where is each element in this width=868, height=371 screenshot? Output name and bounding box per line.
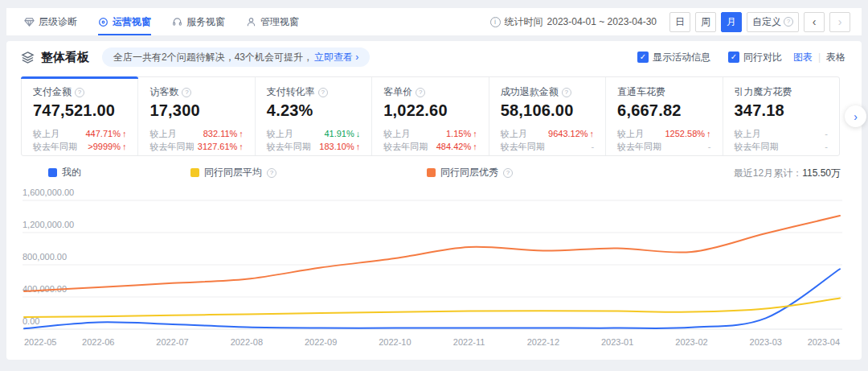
up-arrow-icon: ↑ bbox=[356, 140, 361, 153]
header-controls: ✓ 显示活动信息 ✓ 同行对比 图表 | 表格 bbox=[620, 51, 845, 64]
period-custom-label: 自定义 bbox=[752, 15, 781, 29]
tab-label: 服务视窗 bbox=[186, 15, 225, 29]
up-arrow-icon: ↑ bbox=[239, 127, 244, 140]
help-circle-icon: ? bbox=[784, 17, 793, 27]
help-circle-icon[interactable]: ? bbox=[182, 88, 191, 97]
help-circle-icon[interactable]: ? bbox=[562, 88, 571, 97]
tab-label: 运营视窗 bbox=[113, 15, 151, 29]
svg-text:2022-08: 2022-08 bbox=[231, 337, 263, 347]
tab-operations-view[interactable]: 运营视窗 bbox=[98, 8, 151, 35]
mom-delta: 1.15%↑ bbox=[446, 127, 477, 140]
mom-delta: - bbox=[825, 127, 828, 140]
next-period-button[interactable]: › bbox=[829, 12, 850, 32]
gem-icon bbox=[24, 17, 35, 27]
legend-item-mine[interactable]: 我的 bbox=[48, 166, 81, 179]
activity-info-checkbox-group: ✓ 显示活动信息 bbox=[637, 51, 710, 64]
svg-text:2022-10: 2022-10 bbox=[379, 337, 411, 347]
mom-label: 较上月 bbox=[149, 127, 176, 140]
kpi-value: 1,022.60 bbox=[383, 101, 477, 120]
mom-delta: 447.71%↑ bbox=[85, 127, 126, 140]
svg-text:2023-03: 2023-03 bbox=[750, 337, 782, 347]
view-now-link[interactable]: 立即查看 › bbox=[314, 51, 358, 64]
down-arrow-icon: ↓ bbox=[356, 127, 361, 140]
svg-text:1,600,000.00: 1,600,000.00 bbox=[23, 188, 74, 197]
yoy-label: 较去年同期 bbox=[267, 140, 311, 153]
legend-item-peer-excellent[interactable]: 同行同层优秀 ? bbox=[427, 166, 513, 179]
kpi-carousel-next-button[interactable]: › bbox=[845, 105, 866, 127]
up-arrow-icon: ↑ bbox=[122, 127, 127, 140]
info-circle-icon[interactable]: i bbox=[490, 17, 501, 27]
help-circle-icon[interactable]: ? bbox=[416, 88, 425, 97]
cumulative-value: 115.50万 bbox=[802, 167, 841, 179]
up-arrow-icon: ↑ bbox=[473, 127, 477, 140]
svg-text:2022-06: 2022-06 bbox=[82, 337, 114, 347]
activity-info-checkbox[interactable]: ✓ bbox=[637, 52, 649, 63]
legend-label: 我的 bbox=[62, 166, 81, 179]
up-arrow-icon: ↑ bbox=[706, 127, 711, 140]
kpi-card-payment-amount[interactable]: 支付金额? 747,521.00 较上月447.71%↑ 较去年同期>9999%… bbox=[22, 77, 138, 155]
view-mode-separator: | bbox=[818, 52, 821, 63]
period-custom-button[interactable]: 自定义 ? bbox=[747, 12, 799, 32]
period-day-button[interactable]: 日 bbox=[669, 12, 690, 32]
view-mode-table[interactable]: 表格 bbox=[826, 51, 845, 64]
tab-management-view[interactable]: 管理视窗 bbox=[246, 8, 299, 35]
prev-period-button[interactable]: ‹ bbox=[804, 12, 825, 32]
kpi-card-visitors[interactable]: 访客数? 17,300 较上月832.11%↑ 较去年同期3127.61%↑ bbox=[138, 77, 255, 155]
page-title: 整体看板 bbox=[41, 50, 89, 65]
yoy-label: 较去年同期 bbox=[617, 140, 661, 153]
help-circle-icon[interactable]: ? bbox=[503, 168, 513, 178]
up-arrow-icon: ↑ bbox=[590, 127, 595, 140]
yoy-label: 较去年同期 bbox=[33, 140, 77, 153]
yoy-label: 较去年同期 bbox=[383, 140, 428, 153]
tab-service-view[interactable]: 服务视窗 bbox=[172, 8, 225, 35]
kpi-card-conversion-rate[interactable]: 支付转化率? 4.23% 较上月41.91%↓ 较去年同期183.10%↑ bbox=[256, 77, 372, 155]
kpi-card-refund-amount[interactable]: 成功退款金额? 58,106.00 较上月9643.12%↑ 较去年同期- bbox=[489, 77, 606, 155]
stat-time: i 统计时间 2023-04-01 ~ 2023-04-30 bbox=[490, 15, 657, 29]
chevron-right-icon: › bbox=[854, 110, 858, 123]
cumulative-label: 最近12月累计： bbox=[734, 167, 802, 179]
activity-info-label: 显示活动信息 bbox=[653, 51, 710, 64]
mom-label: 较上月 bbox=[267, 127, 293, 140]
notice-text: 全店一共有2个问题待解决，43个机会可提升， bbox=[113, 51, 313, 64]
svg-text:2023-01: 2023-01 bbox=[601, 337, 633, 347]
yoy-label: 较去年同期 bbox=[735, 140, 779, 153]
help-circle-icon[interactable]: ? bbox=[318, 88, 328, 97]
kpi-card-strip: 支付金额? 747,521.00 较上月447.71%↑ 较去年同期>9999%… bbox=[21, 76, 840, 156]
view-mode-chart[interactable]: 图表 bbox=[793, 51, 813, 64]
peer-compare-checkbox[interactable]: ✓ bbox=[728, 52, 739, 63]
date-controls: i 统计时间 2023-04-01 ~ 2023-04-30 日 周 月 自定义… bbox=[490, 12, 850, 32]
kpi-value: 17,300 bbox=[149, 101, 243, 120]
kpi-card-avg-order-value[interactable]: 客单价? 1,022.60 较上月1.15%↑ 较去年同期484.42%↑ bbox=[372, 77, 489, 155]
yoy-delta: - bbox=[825, 140, 828, 153]
yoy-label: 较去年同期 bbox=[501, 140, 545, 153]
help-circle-icon[interactable]: ? bbox=[75, 88, 84, 97]
legend-item-peer-average[interactable]: 同行同层平均 ? bbox=[190, 166, 276, 179]
kpi-value: 58,106.00 bbox=[501, 101, 594, 120]
kpi-card-ztc-spend[interactable]: 直通车花费 6,667.82 较上月1252.58%↑ 较去年同期- bbox=[606, 77, 723, 155]
mom-delta: 1252.58%↑ bbox=[665, 127, 710, 140]
headset-icon bbox=[172, 17, 182, 27]
tab-label: 层级诊断 bbox=[39, 15, 77, 29]
kpi-card-ylmf-spend[interactable]: 引力魔方花费 347.18 较上月- 较去年同期- bbox=[723, 77, 839, 155]
kpi-title: 直通车花费 bbox=[617, 85, 665, 99]
svg-text:2022-05: 2022-05 bbox=[24, 337, 56, 347]
mom-label: 较上月 bbox=[33, 127, 59, 140]
peer-compare-label: 同行对比 bbox=[743, 51, 782, 64]
trend-chart[interactable]: 0.00400,000.00800,000.001,200,000.001,60… bbox=[6, 186, 862, 358]
kpi-title: 引力魔方花费 bbox=[735, 85, 792, 99]
top-navigation-bar: 层级诊断 运营视窗 服务视窗 管理视窗 i 统计时间 2023-04-01 ~ … bbox=[6, 8, 862, 35]
kpi-value: 4.23% bbox=[267, 101, 360, 120]
tab-level-diagnosis[interactable]: 层级诊断 bbox=[24, 8, 77, 35]
kpi-value: 747,521.00 bbox=[33, 101, 126, 120]
svg-text:1,200,000.00: 1,200,000.00 bbox=[23, 220, 74, 229]
legend-swatch bbox=[48, 168, 57, 177]
board-header: 整体看板 全店一共有2个问题待解决，43个机会可提升， 立即查看 › ✓ 显示活… bbox=[6, 41, 862, 73]
help-circle-icon[interactable]: ? bbox=[267, 168, 276, 178]
person-icon bbox=[246, 17, 256, 27]
kpi-value: 6,667.82 bbox=[617, 101, 710, 120]
period-week-button[interactable]: 周 bbox=[695, 12, 716, 32]
mom-label: 较上月 bbox=[501, 127, 527, 140]
period-month-button[interactable]: 月 bbox=[721, 12, 742, 32]
yoy-delta: 3127.61%↑ bbox=[198, 140, 244, 153]
svg-text:2022-09: 2022-09 bbox=[305, 337, 337, 347]
